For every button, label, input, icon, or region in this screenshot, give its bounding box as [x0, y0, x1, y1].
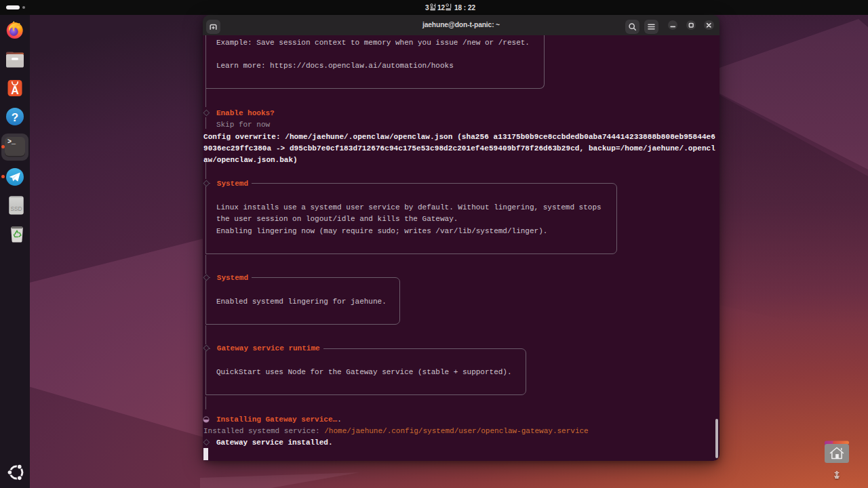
svg-text:?: ? [12, 111, 18, 124]
svg-text:SSD: SSD [10, 205, 22, 211]
svg-text:A: A [11, 85, 19, 96]
